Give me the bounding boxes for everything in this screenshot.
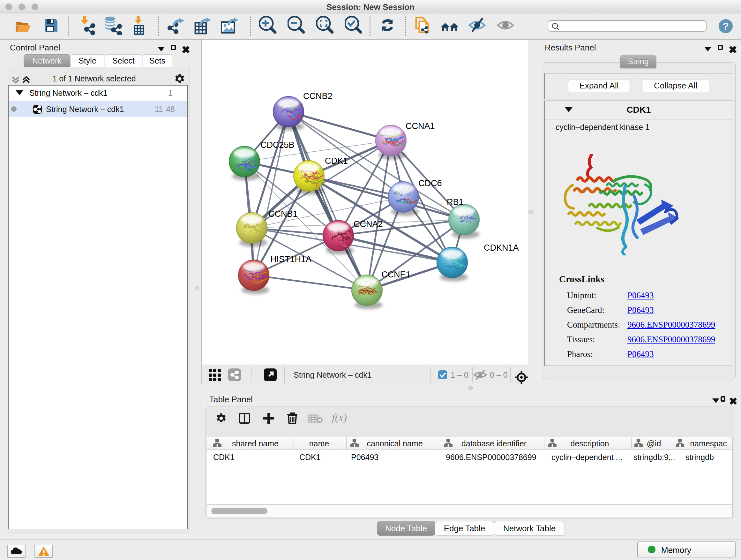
svg-text:HIST1H1A: HIST1H1A: [270, 254, 312, 264]
svg-text:CDK1: CDK1: [325, 156, 348, 166]
svg-text:CCNB2: CCNB2: [303, 91, 333, 101]
svg-text:CCNB1: CCNB1: [268, 209, 298, 219]
svg-text:CCNE1: CCNE1: [381, 270, 411, 279]
svg-text:RB1: RB1: [447, 197, 464, 207]
svg-text:CDKN1A: CDKN1A: [484, 243, 519, 253]
svg-text:CDC6: CDC6: [418, 179, 442, 188]
svg-text:CCNA2: CCNA2: [354, 219, 383, 229]
svg-text:CDC25B: CDC25B: [260, 140, 294, 150]
svg-text:CCNA1: CCNA1: [406, 121, 435, 131]
